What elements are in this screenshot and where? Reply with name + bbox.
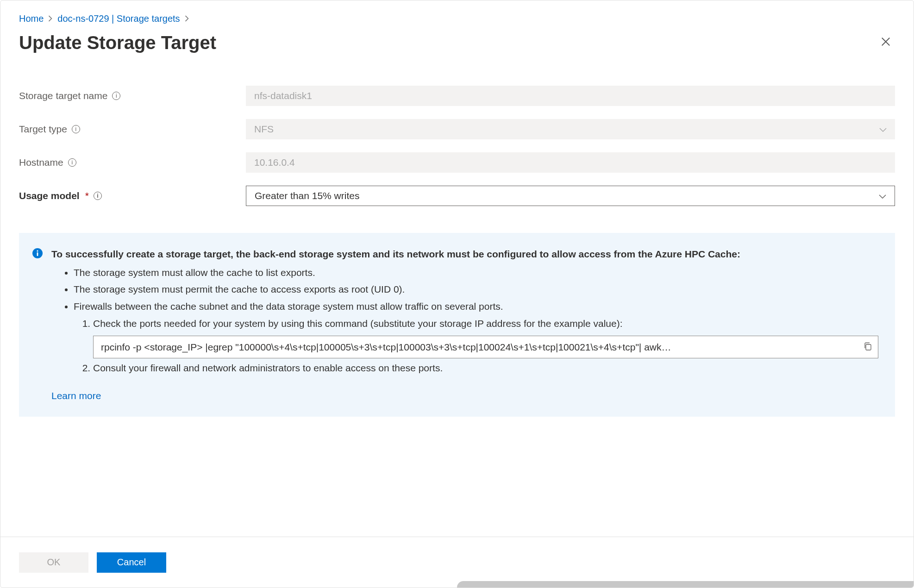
row-hostname: Hostname i 10.16.0.4: [19, 152, 895, 173]
step-text: Check the ports needed for your system b…: [93, 318, 623, 329]
required-star-icon: *: [85, 190, 89, 201]
footer: OK Cancel: [0, 537, 914, 588]
row-usage-model: Usage model * i Greater than 15% writes: [19, 186, 895, 206]
breadcrumb: Home doc-ns-0729 | Storage targets: [19, 13, 895, 24]
close-icon: [881, 37, 891, 47]
label-text: Target type: [19, 124, 67, 135]
row-target-type: Target type i NFS: [19, 119, 895, 139]
info-icon[interactable]: i: [72, 125, 80, 133]
label-storage-target-name: Storage target name i: [19, 90, 246, 101]
learn-more-link[interactable]: Learn more: [51, 388, 101, 403]
field-value: NFS: [254, 124, 274, 135]
page-title: Update Storage Target: [19, 32, 216, 53]
content-area: Home doc-ns-0729 | Storage targets Updat…: [0, 0, 914, 537]
info-body: To successfully create a storage target,…: [51, 247, 878, 403]
label-usage-model: Usage model * i: [19, 190, 246, 201]
storage-target-name-field: nfs-datadisk1: [246, 86, 895, 106]
svg-rect-2: [37, 252, 38, 256]
info-heading: To successfully create a storage target,…: [51, 247, 878, 262]
chevron-down-icon: [879, 190, 886, 201]
breadcrumb-separator-icon: [185, 13, 189, 24]
copy-icon: [863, 342, 872, 351]
storage-target-form: Storage target name i nfs-datadisk1 Targ…: [19, 86, 895, 206]
cancel-button[interactable]: Cancel: [97, 552, 166, 573]
hostname-field: 10.16.0.4: [246, 152, 895, 173]
info-steps: Check the ports needed for your system b…: [93, 316, 878, 375]
list-item: Firewalls between the cache subnet and t…: [74, 299, 878, 314]
horizontal-scrollbar[interactable]: [457, 581, 914, 588]
label-text: Storage target name: [19, 90, 107, 101]
info-icon[interactable]: i: [94, 192, 102, 200]
target-type-select: NFS: [246, 119, 895, 139]
label-target-type: Target type i: [19, 124, 246, 135]
breadcrumb-parent-link[interactable]: doc-ns-0729 | Storage targets: [57, 13, 180, 24]
label-text: Usage model: [19, 190, 80, 201]
breadcrumb-separator-icon: [48, 13, 53, 24]
list-item: Check the ports needed for your system b…: [93, 316, 878, 358]
copy-button[interactable]: [863, 342, 873, 352]
field-value: nfs-datadisk1: [254, 90, 312, 101]
label-hostname: Hostname i: [19, 157, 246, 168]
list-item: Consult your firewall and network admini…: [93, 361, 878, 375]
svg-point-1: [37, 250, 38, 251]
info-bullets: The storage system must allow the cache …: [74, 265, 878, 314]
close-button[interactable]: [876, 32, 895, 51]
breadcrumb-home-link[interactable]: Home: [19, 13, 44, 24]
row-storage-target-name: Storage target name i nfs-datadisk1: [19, 86, 895, 106]
command-box: rpcinfo -p <storage_IP> |egrep "100000\s…: [93, 336, 878, 359]
ok-button[interactable]: OK: [19, 552, 88, 573]
command-text: rpcinfo -p <storage_IP> |egrep "100000\s…: [101, 342, 671, 352]
field-value: 10.16.0.4: [254, 157, 295, 168]
label-text: Hostname: [19, 157, 63, 168]
title-row: Update Storage Target: [19, 32, 895, 53]
svg-rect-3: [866, 344, 871, 350]
update-storage-target-page: Home doc-ns-0729 | Storage targets Updat…: [0, 0, 914, 588]
info-box: To successfully create a storage target,…: [19, 233, 895, 417]
info-icon[interactable]: i: [68, 158, 76, 167]
chevron-down-icon: [879, 124, 887, 135]
list-item: The storage system must permit the cache…: [74, 282, 878, 297]
info-icon: [32, 248, 43, 259]
usage-model-select[interactable]: Greater than 15% writes: [246, 186, 895, 206]
list-item: The storage system must allow the cache …: [74, 265, 878, 280]
field-value: Greater than 15% writes: [255, 190, 359, 201]
info-icon[interactable]: i: [112, 92, 120, 100]
